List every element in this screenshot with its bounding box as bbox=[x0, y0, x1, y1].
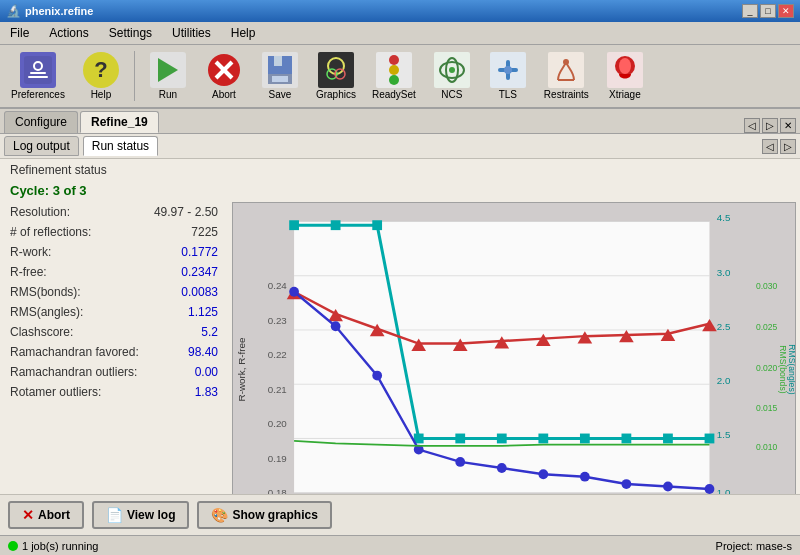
xtriage-label: Xtriage bbox=[609, 89, 641, 100]
tab-nav-left[interactable]: ◁ bbox=[744, 118, 760, 133]
abort-button[interactable]: ✕ Abort bbox=[8, 501, 84, 529]
svg-rect-70 bbox=[580, 434, 590, 444]
svg-rect-67 bbox=[455, 434, 465, 444]
abort-toolbar-label: Abort bbox=[212, 89, 236, 100]
readyset-icon bbox=[376, 52, 412, 88]
stat-rmsbonds-value: 0.0083 bbox=[181, 283, 218, 301]
svg-point-87 bbox=[372, 371, 382, 381]
show-graphics-button[interactable]: 🎨 Show graphics bbox=[197, 501, 331, 529]
menu-help[interactable]: Help bbox=[225, 24, 262, 42]
preferences-button[interactable]: Preferences bbox=[6, 49, 70, 103]
toolbar: Preferences ? Help Run Abort bbox=[0, 45, 800, 109]
tab-refine[interactable]: Refine_19 bbox=[80, 111, 159, 133]
show-graphics-icon: 🎨 bbox=[211, 507, 228, 523]
save-button[interactable]: Save bbox=[255, 49, 305, 103]
svg-rect-2 bbox=[30, 72, 46, 74]
svg-point-20 bbox=[389, 65, 399, 75]
stat-rmsbonds: RMS(bonds): 0.0083 bbox=[4, 282, 224, 302]
svg-text:0.010: 0.010 bbox=[756, 442, 778, 452]
xtriage-button[interactable]: Xtriage bbox=[600, 49, 650, 103]
content-area: Resolution: 49.97 - 2.50 # of reflection… bbox=[0, 202, 800, 494]
svg-point-35 bbox=[619, 58, 631, 74]
svg-rect-71 bbox=[622, 434, 632, 444]
tab-close[interactable]: ✕ bbox=[780, 118, 796, 133]
cycle-info: Cycle: 3 of 3 bbox=[0, 181, 800, 202]
restraints-icon bbox=[548, 52, 584, 88]
ncs-button[interactable]: NCS bbox=[427, 49, 477, 103]
save-label: Save bbox=[269, 89, 292, 100]
sub-tab-nav-right[interactable]: ▷ bbox=[780, 139, 796, 154]
svg-text:0.19: 0.19 bbox=[268, 453, 287, 464]
tab-configure[interactable]: Configure bbox=[4, 111, 78, 133]
svg-text:0.24: 0.24 bbox=[268, 280, 288, 291]
help-icon: ? bbox=[83, 52, 119, 88]
readyset-button[interactable]: ReadySet bbox=[367, 49, 421, 103]
svg-text:2.5: 2.5 bbox=[717, 321, 731, 332]
menu-settings[interactable]: Settings bbox=[103, 24, 158, 42]
stat-rama-favored-label: Ramachandran favored: bbox=[10, 343, 139, 361]
sub-tab-log[interactable]: Log output bbox=[4, 136, 79, 156]
svg-point-32 bbox=[563, 59, 569, 65]
graphics-icon bbox=[318, 52, 354, 88]
stat-rotamer-outliers-value: 1.83 bbox=[195, 383, 218, 401]
svg-rect-63 bbox=[289, 220, 299, 230]
stat-reflections-label: # of reflections: bbox=[10, 223, 91, 241]
graphics-button[interactable]: Graphics bbox=[311, 49, 361, 103]
main-content: Refinement status Cycle: 3 of 3 Resoluti… bbox=[0, 159, 800, 494]
svg-rect-65 bbox=[372, 220, 382, 230]
stat-resolution: Resolution: 49.97 - 2.50 bbox=[4, 202, 224, 222]
svg-text:0.030: 0.030 bbox=[756, 281, 778, 291]
abort-toolbar-button[interactable]: Abort bbox=[199, 49, 249, 103]
svg-point-19 bbox=[389, 55, 399, 65]
status-bar: 1 job(s) running Project: mase-s bbox=[0, 535, 800, 555]
minimize-button[interactable]: _ bbox=[742, 4, 758, 18]
tab-nav-right[interactable]: ▷ bbox=[762, 118, 778, 133]
svg-point-89 bbox=[455, 457, 465, 467]
stat-clashscore-value: 5.2 bbox=[201, 323, 218, 341]
stat-rwork-value: 0.1772 bbox=[181, 243, 218, 261]
stat-rfree-value: 0.2347 bbox=[181, 263, 218, 281]
svg-text:0.21: 0.21 bbox=[268, 384, 287, 395]
restraints-button[interactable]: Restraints bbox=[539, 49, 594, 103]
svg-text:RMS(bonds): RMS(bonds) bbox=[778, 345, 788, 394]
close-button[interactable]: ✕ bbox=[778, 4, 794, 18]
svg-rect-68 bbox=[497, 434, 507, 444]
abort-button-icon: ✕ bbox=[22, 507, 34, 523]
abort-icon bbox=[206, 52, 242, 88]
svg-text:0.22: 0.22 bbox=[268, 349, 287, 360]
sub-tab-run-status[interactable]: Run status bbox=[83, 136, 158, 156]
svg-point-29 bbox=[504, 66, 512, 74]
chart-container: 0.18 0.19 0.20 0.21 0.22 0.23 0.24 R-wor… bbox=[232, 202, 796, 494]
tls-button[interactable]: TLS bbox=[483, 49, 533, 103]
stat-rama-favored: Ramachandran favored: 98.40 bbox=[4, 342, 224, 362]
readyset-label: ReadySet bbox=[372, 89, 416, 100]
view-log-button[interactable]: 📄 View log bbox=[92, 501, 189, 529]
menu-file[interactable]: File bbox=[4, 24, 35, 42]
stat-rmsbonds-label: RMS(bonds): bbox=[10, 283, 81, 301]
svg-point-86 bbox=[331, 321, 341, 331]
refinement-chart: 0.18 0.19 0.20 0.21 0.22 0.23 0.24 R-wor… bbox=[233, 203, 795, 494]
run-button[interactable]: Run bbox=[143, 49, 193, 103]
svg-text:0.20: 0.20 bbox=[268, 418, 288, 429]
svg-point-95 bbox=[705, 484, 715, 494]
menu-actions[interactable]: Actions bbox=[43, 24, 94, 42]
svg-rect-37 bbox=[294, 221, 709, 492]
stat-reflections: # of reflections: 7225 bbox=[4, 222, 224, 242]
svg-rect-73 bbox=[705, 434, 715, 444]
sub-tab-nav-left[interactable]: ◁ bbox=[762, 139, 778, 154]
stat-resolution-label: Resolution: bbox=[10, 203, 70, 221]
maximize-button[interactable]: □ bbox=[760, 4, 776, 18]
menu-utilities[interactable]: Utilities bbox=[166, 24, 217, 42]
bottom-bar: ✕ Abort 📄 View log 🎨 Show graphics bbox=[0, 494, 800, 535]
stat-clashscore: Clashscore: 5.2 bbox=[4, 322, 224, 342]
help-button[interactable]: ? Help bbox=[76, 49, 126, 103]
stat-rotamer-outliers-label: Rotamer outliers: bbox=[10, 383, 101, 401]
svg-text:R-work, R-free: R-work, R-free bbox=[236, 337, 247, 402]
svg-point-94 bbox=[663, 482, 673, 492]
stat-rwork: R-work: 0.1772 bbox=[4, 242, 224, 262]
tls-icon bbox=[490, 52, 526, 88]
svg-rect-11 bbox=[274, 56, 282, 66]
svg-text:4.5: 4.5 bbox=[717, 212, 731, 223]
stat-rfree-label: R-free: bbox=[10, 263, 47, 281]
graphics-label: Graphics bbox=[316, 89, 356, 100]
